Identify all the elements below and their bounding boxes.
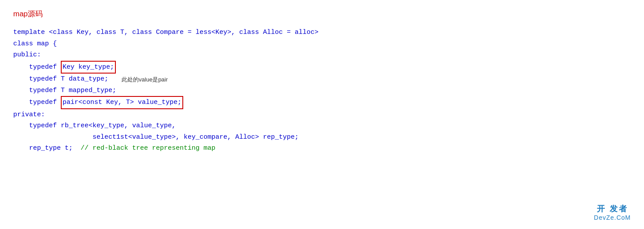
keyword-private: private: [13, 109, 45, 121]
comment-red-black: // red-black tree representing map [81, 143, 215, 154]
code-line-3: public: [13, 49, 631, 61]
annotation-value-pair: 此处的value是pair [122, 75, 168, 85]
keyword-typedef-4: typedef [13, 97, 61, 108]
code-line-6: typedef T mapped_type; [13, 85, 631, 96]
code-line-5: typedef T data_type; 此处的value是pair [13, 74, 631, 85]
code-line-1: template <class Key, class T, class Comp… [13, 27, 631, 38]
keyword-typedef-1: typedef [13, 62, 61, 73]
keyword-rep-type: rep_type t; [13, 143, 81, 154]
page-container: map源码 template <class Key, class T, clas… [0, 0, 644, 229]
keyword-select1st: select1st<value_type>, key_compare, Allo… [13, 132, 299, 143]
code-line-10: select1st<value_type>, key_compare, Allo… [13, 132, 631, 143]
highlight-key-type: Key key_type; [61, 61, 116, 74]
keyword-typedef-2: typedef T data_type; [13, 74, 108, 85]
section-title: map源码 [13, 9, 631, 19]
code-line-8: private: [13, 109, 631, 121]
keyword-class-map: class map { [13, 38, 57, 50]
highlight-value-type: pair<const Key, T> value_type; [61, 96, 183, 109]
keyword-typedef-3: typedef T mapped_type; [13, 85, 116, 96]
watermark: 开 发者 DevZe.CoM [594, 203, 631, 221]
code-line-11: rep_type t; // red-black tree representi… [13, 143, 631, 154]
code-block: template <class Key, class T, class Comp… [13, 27, 631, 154]
code-line-9: typedef rb_tree<key_type, value_type, [13, 120, 631, 132]
keyword-template: template <class Key, class T, class Comp… [13, 27, 318, 38]
keyword-public: public: [13, 49, 41, 61]
code-line-7: typedef pair<const Key, T> value_type; [13, 96, 631, 109]
keyword-typedef-5: typedef rb_tree<key_type, value_type, [13, 120, 176, 132]
code-line-4: typedef Key key_type; [13, 61, 631, 74]
watermark-bottom: DevZe.CoM [594, 214, 631, 221]
watermark-top: 开 发者 [594, 203, 631, 214]
code-line-2: class map { [13, 38, 631, 50]
